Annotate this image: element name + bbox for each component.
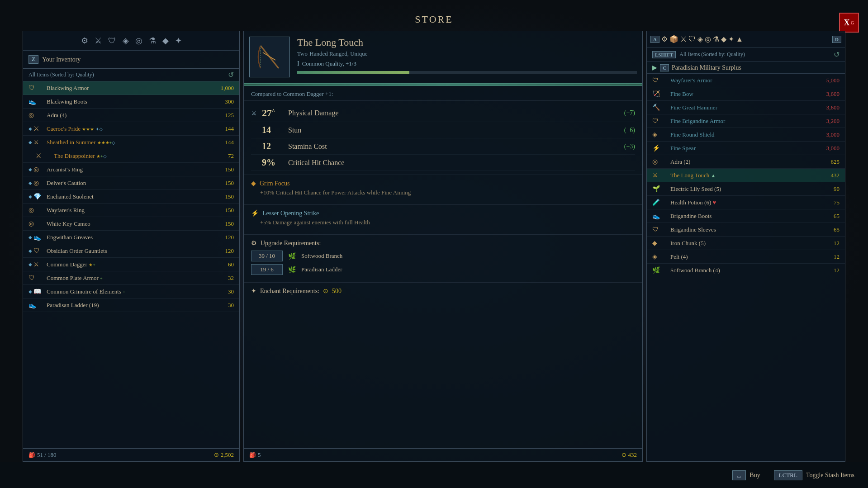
stat-row-stun: 14 Stun (+6) [251,122,635,138]
inventory-item-blackwing-boots[interactable]: 👟 Blackwing Boots 300 [23,95,239,109]
misc-icon[interactable]: ✦ [173,35,184,47]
accessories-icon[interactable]: ◎ [133,35,144,47]
store-refresh-icon[interactable]: ↺ [834,50,840,59]
store-item-fine-bow[interactable]: 🏹 Fine Bow 3,600 [647,87,845,101]
stats-section: ⚔ 27^ Physical Damage (+7) 14 Stun (+6) … [244,101,642,175]
inventory-item-common-dagger[interactable]: ◆ ⚔ Common Dagger ★+ 60 [23,258,239,271]
svg-line-2 [263,52,275,60]
inventory-item-enchanted-suolenet[interactable]: ◆ 💎 Enchanted Suolenet 150 [23,190,239,204]
item-detail-scroll[interactable]: Compared to Common Dagger +1: ⚔ 27^ Phys… [244,86,642,448]
store-sort-label: All Items (Sorted by: Quality) [679,51,745,58]
store-item-softwood-branch[interactable]: 🌿 Softwood Branch (4) 12 [647,264,845,277]
svg-line-0 [261,46,279,68]
item-info: The Long Touch Two-Handed Ranged, Unique… [297,37,637,77]
inventory-item-blackwing-armor[interactable]: 🛡 Blackwing Armor 1,000 [23,81,239,95]
inventory-item-delvers-caution[interactable]: ◆ ◎ Delver's Caution 150 [23,176,239,190]
store-item-pelt[interactable]: ◈ Pelt (4) 12 [647,250,845,264]
store-header: LSHIFT All Items (Sorted by: Quality) ↺ [647,47,845,62]
inventory-refresh-icon[interactable]: ↺ [228,71,234,79]
inventory-item-white-key-cameo[interactable]: ◎ White Key Cameo 150 [23,217,239,231]
armor-icon[interactable]: 🛡 [106,35,118,47]
all-items-icon[interactable]: ⚙ [79,35,90,47]
store-icon-bar: A ⚙ 📦 ⚔ 🛡 ◈ ◎ ⚗ ◆ ✦ ▲ D [647,31,845,47]
inventory-item-arcanists-ring[interactable]: ◆ ◎ Arcanist's Ring 150 [23,163,239,176]
store-key-d: D [832,36,841,43]
middle-capacity: 5 [258,451,261,459]
ability-grim-focus: ◆ Grim Focus +10% Critical Hit Chance fo… [244,175,642,204]
inventory-capacity: 51 / 180 [37,451,57,459]
buy-label: Buy [749,472,760,479]
store-item-list[interactable]: 🛡 Wayfarer's Armor 5,000 🏹 Fine Bow 3,60… [647,74,845,461]
store-item-electric-lily-seed[interactable]: 🌱 Electric Lily Seed (5) 90 [647,182,845,196]
quality-label: Common Quality, +1/3 [302,60,356,67]
inventory-footer: 🎒 51 / 180 ⊙ 2,502 [23,448,239,461]
close-label: X [844,18,850,28]
upgrade-title: ⚙ Upgrade Requirements: [251,239,635,247]
inventory-item-common-plate-armor[interactable]: 🛡 Common Plate Armor + 32 [23,271,239,285]
store-item-fine-brigandine-armor[interactable]: 🛡 Fine Brigandine Armor 3,200 [647,114,845,128]
grim-focus-icon: ◆ [251,180,256,187]
lesser-opening-desc: +5% Damage against enemies with full Hea… [260,219,635,226]
store-item-wayfarers-armor[interactable]: 🛡 Wayfarer's Armor 5,000 [647,74,845,87]
stun-value: 14 [262,125,285,135]
store-item-fine-great-hammer[interactable]: 🔨 Fine Great Hammer 3,600 [647,101,845,114]
enchant-gold: 500 [332,288,342,295]
store-shields-icon[interactable]: ◈ [697,35,703,43]
inventory-item-list[interactable]: 🛡 Blackwing Armor 1,000 👟 Blackwing Boot… [23,81,239,448]
consumables-icon[interactable]: ⚗ [147,35,158,47]
materials-icon[interactable]: ◆ [161,35,171,47]
store-panel: A ⚙ 📦 ⚔ 🛡 ◈ ◎ ⚗ ◆ ✦ ▲ D LSHIFT All Items… [646,31,845,462]
quality-bar-fill [297,71,409,74]
paradisan-qty: 19 / 6 [251,264,283,275]
item-detail-footer: 🎒 5 ⊙ 432 [244,448,642,461]
game-logo: G [851,20,854,25]
store-armor-icon[interactable]: 🛡 [688,35,696,43]
store-extra-icon[interactable]: ▲ [736,35,743,43]
store-item-adra[interactable]: ◎ Adra (2) 625 [647,155,845,169]
store-consumables-icon[interactable]: ⚗ [713,35,719,43]
inventory-item-common-grimoire[interactable]: ◆ 📖 Common Grimoire of Elements + 30 [23,285,239,298]
store-item-brigandine-boots[interactable]: 👟 Brigandine Boots 65 [647,209,845,223]
store-item-health-potion[interactable]: 🧪 Health Potion (6) ♥ 75 [647,196,845,209]
store-accessories-icon[interactable]: ◎ [705,35,711,43]
store-chest-icon[interactable]: 📦 [669,35,678,43]
inventory-item-caerocs-pride[interactable]: ◆ ⚔ Caeroc's Pride ★★★ ✦◇ 144 [23,122,239,136]
inventory-item-adra[interactable]: ◎ Adra (4) 125 [23,109,239,122]
inventory-item-wayfarers-ring[interactable]: ◎ Wayfarer's Ring 150 [23,204,239,217]
close-button[interactable]: X G [839,13,859,33]
stamina-name: Stamina Cost [288,142,621,151]
stun-name: Stun [288,126,621,134]
enchant-gold-icon: ⊙ [323,287,328,295]
stamina-diff: (+3) [624,143,635,150]
item-type: Two-Handed Ranged, Unique [297,50,637,57]
grim-focus-name: Grim Focus [260,180,290,187]
store-misc-icon[interactable]: ✦ [728,35,734,43]
store-item-fine-round-shield[interactable]: ◈ Fine Round Shield 3,000 [647,128,845,142]
store-nav-arrow[interactable]: ▶ [652,64,657,71]
inventory-item-engwithan-greaves[interactable]: ◆ 👟 Engwithan Greaves 120 [23,231,239,244]
item-title: The Long Touch [297,37,637,48]
store-weapons-icon[interactable]: ⚔ [680,35,687,43]
inventory-item-disappointer[interactable]: ⚔ The Disappointer ★+◇ 72 [23,149,239,163]
weapons-icon[interactable]: ⚔ [93,35,104,47]
inventory-item-paradisan-ladder[interactable]: 👟 Paradisan Ladder (19) 30 [23,298,239,312]
lesser-opening-strike-header: ⚡ Lesser Opening Strike [251,209,635,217]
store-item-fine-spear[interactable]: ⚡ Fine Spear 3,000 [647,142,845,155]
enchant-icon: ✦ [251,287,256,295]
inventory-item-sheathed-in-summer[interactable]: ◆ ⚔ Sheathed in Summer ★★★+◇ 144 [23,136,239,149]
buy-key[interactable]: ⎵ [732,470,746,480]
grim-focus-header: ◆ Grim Focus [251,180,635,187]
shields-icon[interactable]: ◈ [121,35,131,47]
inventory-item-obsidian-order-gauntlets[interactable]: ◆ 🛡 Obsidian Order Gauntlets 120 [23,244,239,258]
store-materials-icon[interactable]: ◆ [721,35,726,43]
inventory-gold: 2,502 [221,451,234,459]
store-item-the-long-touch[interactable]: ⚔ The Long Touch ▲ 432 [647,169,845,182]
toggle-key[interactable]: LCTRL [774,470,802,480]
item-quality: I Common Quality, +1/3 [297,60,637,67]
store-item-iron-chunk[interactable]: ◆ Iron Chunk (5) 12 [647,237,845,250]
store-item-brigandine-sleeves[interactable]: 🛡 Brigandine Sleeves 65 [647,223,845,237]
store-all-icon[interactable]: ⚙ [661,35,668,43]
store-nav-key: C [660,64,669,71]
inventory-header: Z Your Inventory [23,51,239,69]
upgrade-icon: ⚙ [251,239,257,247]
